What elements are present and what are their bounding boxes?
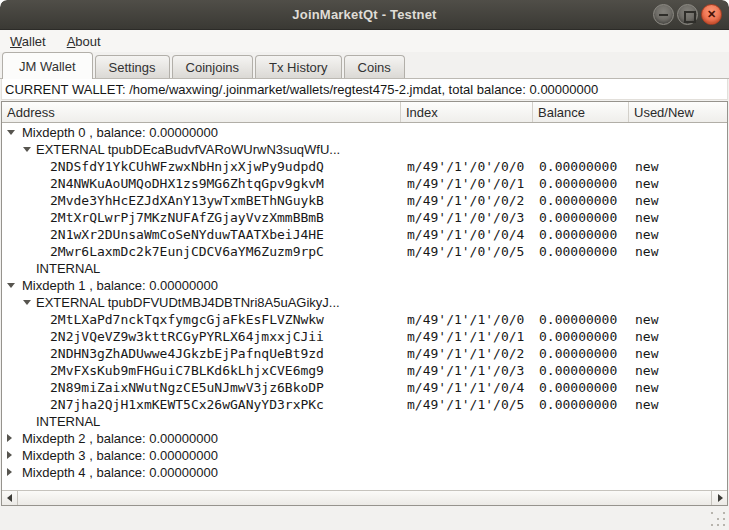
- address-text: 2Mvde3YhHcEZJdXAnY13ywTxmBEThNGuykB: [50, 193, 324, 206]
- column-header-address[interactable]: Address: [2, 102, 401, 122]
- row-label: Mixdepth 3 , balance: 0.00000000: [22, 448, 218, 461]
- branch-row[interactable]: EXTERNAL tpubDFVUDtMBJ4DBTNri8A5uAGikyJ.…: [2, 293, 727, 310]
- scrollbar-track[interactable]: [18, 491, 711, 505]
- address-row[interactable]: 2NDHN3gZhADUwwe4JGkzbEjPafnqUeBt9zdm/49'…: [2, 344, 727, 361]
- used-new-status: new: [635, 244, 658, 257]
- address-row[interactable]: 2MvFXsKub9mFHGuiC7BLKd6kLhjxCVE6mg9m/49'…: [2, 361, 727, 378]
- branch-row[interactable]: INTERNAL: [2, 412, 727, 429]
- address-balance: 0.00000000: [539, 312, 617, 325]
- tab-bar: JM Wallet Settings Coinjoins Tx History …: [0, 52, 729, 79]
- derivation-path: m/49'/1'/1'/0/2: [407, 346, 524, 359]
- address-balance: 0.00000000: [539, 193, 617, 206]
- menu-about[interactable]: About: [65, 33, 103, 50]
- expand-arrow-icon[interactable]: [7, 468, 12, 476]
- branch-row[interactable]: INTERNAL: [2, 259, 727, 276]
- row-label: EXTERNAL tpubDFVUDtMBJ4DBTNri8A5uAGikyJ.…: [36, 295, 340, 308]
- address-text: 2N1wXr2DUnsaWmCoSeNYduwTAATXbeiJ4HE: [50, 227, 324, 240]
- address-text: 2MtLXaPd7nckTqxfymgcGjaFkEsFLVZNwkw: [50, 312, 324, 325]
- collapse-arrow-icon[interactable]: [7, 283, 15, 288]
- address-balance: 0.00000000: [539, 346, 617, 359]
- mixdepth-row[interactable]: Mixdepth 2 , balance: 0.00000000: [2, 429, 727, 446]
- derivation-path: m/49'/1'/0'/0/3: [407, 210, 524, 223]
- derivation-path: m/49'/1'/1'/0/3: [407, 363, 524, 376]
- mixdepth-row[interactable]: Mixdepth 0 , balance: 0.00000000: [2, 123, 727, 140]
- address-text: 2MtXrQLwrPj7MKzNUFAfZGjayVvzXmmBBmB: [50, 210, 324, 223]
- used-new-status: new: [635, 397, 658, 410]
- derivation-path: m/49'/1'/0'/0/2: [407, 193, 524, 206]
- column-header-used-new[interactable]: Used/New: [629, 102, 727, 122]
- tab-coinjoins[interactable]: Coinjoins: [172, 55, 253, 78]
- address-row[interactable]: 2MtXrQLwrPj7MKzNUFAfZGjayVvzXmmBBmBm/49'…: [2, 208, 727, 225]
- used-new-status: new: [635, 227, 658, 240]
- tree-header: Address Index Balance Used/New: [2, 102, 727, 123]
- address-row[interactable]: 2Mwr6LaxmDc2k7EunjCDCV6aYM6Zuzm9rpCm/49'…: [2, 242, 727, 259]
- used-new-status: new: [635, 346, 658, 359]
- mixdepth-row[interactable]: Mixdepth 1 , balance: 0.00000000: [2, 276, 727, 293]
- expand-arrow-icon[interactable]: [7, 451, 12, 459]
- address-row[interactable]: 2N89miZaixNWutNgzCE5uNJmwV3jz6BkoDPm/49'…: [2, 378, 727, 395]
- close-icon[interactable]: ✕: [701, 4, 722, 25]
- resize-grip-icon[interactable]: [711, 512, 726, 527]
- row-label: INTERNAL: [36, 261, 100, 274]
- address-balance: 0.00000000: [539, 397, 617, 410]
- tab-jm-wallet[interactable]: JM Wallet: [2, 52, 93, 79]
- column-header-index[interactable]: Index: [401, 102, 533, 122]
- mixdepth-row[interactable]: Mixdepth 3 , balance: 0.00000000: [2, 446, 727, 463]
- address-row[interactable]: 2N4NWKuAoUMQoDHX1zs9MG6ZhtqGpv9gkvMm/49'…: [2, 174, 727, 191]
- window-controls: ✕: [653, 4, 722, 25]
- address-balance: 0.00000000: [539, 227, 617, 240]
- scroll-left-icon[interactable]: [2, 491, 18, 505]
- row-label: Mixdepth 2 , balance: 0.00000000: [22, 431, 218, 444]
- address-row[interactable]: 2N7jha2QjH1xmKEWT5Cx26wGANyYD3rxPKcm/49'…: [2, 395, 727, 412]
- row-label: Mixdepth 4 , balance: 0.00000000: [22, 465, 218, 478]
- collapse-arrow-icon[interactable]: [7, 130, 15, 135]
- tab-settings[interactable]: Settings: [95, 55, 170, 78]
- used-new-status: new: [635, 193, 658, 206]
- used-new-status: new: [635, 380, 658, 393]
- tab-tx-history[interactable]: Tx History: [255, 55, 342, 78]
- address-balance: 0.00000000: [539, 176, 617, 189]
- used-new-status: new: [635, 329, 658, 342]
- derivation-path: m/49'/1'/0'/0/4: [407, 227, 524, 240]
- row-label: Mixdepth 1 , balance: 0.00000000: [22, 278, 218, 291]
- collapse-arrow-icon[interactable]: [23, 300, 31, 305]
- scroll-right-icon[interactable]: [711, 491, 727, 505]
- address-balance: 0.00000000: [539, 210, 617, 223]
- derivation-path: m/49'/1'/0'/0/0: [407, 159, 524, 172]
- collapse-arrow-icon[interactable]: [23, 147, 31, 152]
- address-text: 2N2jVQeVZ9w3kttRCGyPYRLX64jmxxjCJii: [50, 329, 324, 342]
- address-row[interactable]: 2Mvde3YhHcEZJdXAnY13ywTxmBEThNGuykBm/49'…: [2, 191, 727, 208]
- address-row[interactable]: 2N1wXr2DUnsaWmCoSeNYduwTAATXbeiJ4HEm/49'…: [2, 225, 727, 242]
- minimize-icon[interactable]: [653, 4, 674, 25]
- branch-row[interactable]: EXTERNAL tpubDEcaBudvfVARoWUrwN3suqWfU..…: [2, 140, 727, 157]
- maximize-icon[interactable]: [677, 4, 698, 25]
- mixdepth-row[interactable]: Mixdepth 4 , balance: 0.00000000: [2, 463, 727, 480]
- used-new-status: new: [635, 159, 658, 172]
- column-header-balance[interactable]: Balance: [533, 102, 629, 122]
- tree-body: Mixdepth 0 , balance: 0.00000000EXTERNAL…: [2, 123, 727, 490]
- used-new-status: new: [635, 363, 658, 376]
- expand-arrow-icon[interactable]: [7, 434, 12, 442]
- address-balance: 0.00000000: [539, 380, 617, 393]
- address-balance: 0.00000000: [539, 363, 617, 376]
- address-row[interactable]: 2N2jVQeVZ9w3kttRCGyPYRLX64jmxxjCJiim/49'…: [2, 327, 727, 344]
- address-row[interactable]: 2NDSfdY1YkCUhWFzwxNbHnjxXjwPy9udpdQm/49'…: [2, 157, 727, 174]
- address-text: 2Mwr6LaxmDc2k7EunjCDCV6aYM6Zuzm9rpC: [50, 244, 324, 257]
- derivation-path: m/49'/1'/1'/0/0: [407, 312, 524, 325]
- current-wallet-banner: CURRENT WALLET: /home/waxwing/.joinmarke…: [1, 79, 728, 100]
- menubar: Wallet About: [0, 30, 729, 52]
- wallet-tree: Address Index Balance Used/New Mixdepth …: [1, 101, 728, 506]
- address-text: 2N4NWKuAoUMQoDHX1zs9MG6ZhtqGpv9gkvM: [50, 176, 324, 189]
- horizontal-scrollbar[interactable]: [2, 490, 727, 505]
- address-text: 2NDHN3gZhADUwwe4JGkzbEjPafnqUeBt9zd: [50, 346, 324, 359]
- address-row[interactable]: 2MtLXaPd7nckTqxfymgcGjaFkEsFLVZNwkwm/49'…: [2, 310, 727, 327]
- address-text: 2N89miZaixNWutNgzCE5uNJmwV3jz6BkoDP: [50, 380, 324, 393]
- derivation-path: m/49'/1'/1'/0/5: [407, 397, 524, 410]
- address-text: 2MvFXsKub9mFHGuiC7BLKd6kLhjxCVE6mg9: [50, 363, 324, 376]
- app-window: JoinMarketQt - Testnet ✕ Wallet About JM…: [0, 0, 729, 530]
- titlebar[interactable]: JoinMarketQt - Testnet ✕: [0, 0, 729, 30]
- row-label: EXTERNAL tpubDEcaBudvfVARoWUrwN3suqWfU..…: [36, 142, 340, 155]
- menu-wallet[interactable]: Wallet: [8, 33, 48, 50]
- tab-coins[interactable]: Coins: [344, 55, 405, 78]
- derivation-path: m/49'/1'/1'/0/4: [407, 380, 524, 393]
